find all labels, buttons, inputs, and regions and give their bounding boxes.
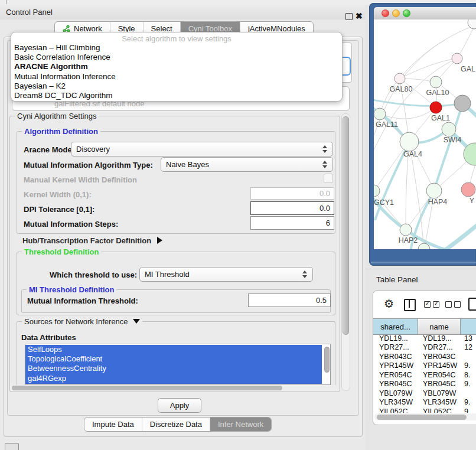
minimize-traffic-light-icon[interactable] [392, 9, 400, 17]
data-attribute-item[interactable]: BetweennessCentrality [25, 364, 322, 373]
table-cell: YBL079W [373, 389, 418, 397]
algorithm-option[interactable]: Mutual Information Inference [11, 72, 342, 81]
table-cell: YIL052C [418, 407, 461, 413]
column-header-shared-name[interactable]: shared... [373, 319, 418, 334]
group-title: Algorithm Definition [22, 127, 100, 136]
network-node[interactable] [454, 95, 471, 112]
network-window[interactable]: GALGAL80GAL10GAL1GAL11SWI4GAL4HAP4YGCY1H… [369, 3, 476, 266]
mi-algorithm-type-select[interactable]: Naive Bayes [161, 157, 333, 172]
close-icon[interactable]: ✖ [356, 11, 363, 21]
data-attribute-item[interactable]: SelfLoops [25, 345, 322, 354]
network-node-gal4[interactable] [400, 132, 419, 151]
table-horizontal-scrollbar[interactable] [374, 413, 476, 420]
network-view-canvas[interactable]: GALGAL80GAL10GAL1GAL11SWI4GAL4HAP4YGCY1H… [374, 19, 476, 249]
table-cell: YBL079W [418, 389, 461, 397]
algorithm-option[interactable]: Bayesian – Hill Climbing [11, 43, 342, 53]
network-edge[interactable] [380, 107, 436, 119]
scrollbar-thumb[interactable] [12, 386, 282, 390]
table-panel-title: Table Panel [376, 275, 418, 284]
panel-dock-button[interactable] [5, 443, 19, 450]
table-row[interactable]: YDL19...YDL19...13 [373, 334, 476, 343]
table-row[interactable]: YBR043CYBR043C [373, 352, 476, 361]
node-label: HAP2 [399, 236, 418, 244]
dpi-tolerance-input[interactable]: 0.0 [250, 201, 334, 215]
network-node-gal1[interactable] [430, 102, 442, 113]
which-threshold-select[interactable]: MI Threshold [139, 267, 313, 282]
scrollbar-thumb[interactable] [377, 415, 467, 420]
table-cell: YDR27... [418, 343, 461, 351]
list-scrollbar[interactable] [324, 345, 330, 382]
network-node-hap4[interactable] [426, 183, 442, 198]
table-cell: YDR27... [373, 343, 418, 351]
apply-button[interactable]: Apply [158, 398, 201, 413]
settings-horizontal-scrollbar[interactable] [11, 385, 338, 391]
network-edge[interactable] [457, 25, 475, 58]
table-toolbar: ⚙ ✓✓ [373, 291, 476, 318]
data-attributes-list[interactable]: SelfLoopsTopologicalCoefficientBetweenne… [25, 344, 331, 385]
algorithm-option[interactable]: Dream8 DC_TDC Algorithm [11, 91, 342, 100]
settings-vertical-scrollbar[interactable] [341, 113, 350, 391]
panel-title: Control Panel [6, 8, 53, 17]
column-header-name[interactable]: name [418, 319, 461, 334]
bottom-tabbar: Impute Data Discretize Data Infer Networ… [84, 417, 272, 432]
table-row[interactable]: YLR345WYLR345W9. [373, 398, 476, 407]
input-value: 6 [326, 219, 330, 227]
expand-arrow-icon[interactable] [157, 237, 162, 244]
zoom-traffic-light-icon[interactable] [403, 9, 410, 17]
tab-infer-network[interactable]: Infer Network [210, 418, 271, 431]
mi-threshold-input[interactable]: 0.5 [248, 294, 331, 307]
node-table: ⚙ ✓✓ shared... name YDL19...YDL19...13YD… [373, 291, 476, 425]
algorithm-option[interactable]: ARACNE Algorithm [11, 62, 342, 71]
table-cell: YBR043C [418, 353, 461, 361]
mi-steps-label: Mutual Information Steps: [24, 220, 118, 229]
table-row[interactable]: YIL052CYIL052C9 [373, 407, 476, 413]
column-header-cut[interactable] [461, 319, 476, 334]
network-node-gal80[interactable] [395, 73, 405, 84]
tab-discretize-data[interactable]: Discretize Data [142, 418, 210, 431]
hub-definition-toggle[interactable]: Hub/Transcription Factor Definition [22, 236, 162, 245]
algorithm-dropdown-list: Bayesian – Hill ClimbingBasic Correlatio… [11, 43, 342, 100]
aracne-mode-label: Aracne Mode: [24, 145, 74, 154]
close-traffic-light-icon[interactable] [382, 9, 389, 17]
gear-icon[interactable]: ⚙ [384, 298, 394, 311]
deselect-all-checkboxes-icon[interactable] [445, 301, 461, 308]
columns-icon[interactable] [404, 299, 416, 311]
table-row[interactable]: YER054CYER054C8. [373, 370, 476, 380]
algorithm-option[interactable]: Basic Correlation Inference [11, 53, 342, 62]
algorithm-option[interactable]: Bayesian – K2 [11, 81, 342, 91]
network-graph[interactable]: GALGAL80GAL10GAL1GAL11SWI4GAL4HAP4YGCY1H… [374, 19, 476, 249]
tab-label: Discretize Data [150, 420, 202, 429]
kernel-width-input[interactable]: 0.0 [250, 187, 334, 200]
node-label: Y [470, 197, 475, 205]
group-title: Sources for Network Inference [22, 317, 142, 326]
table-row[interactable]: YPR145WYPR145W9. [373, 361, 476, 371]
network-node-gal[interactable] [452, 53, 462, 64]
manual-kernel-checkbox[interactable] [324, 174, 333, 183]
table-cell: YLR345W [418, 398, 461, 406]
data-attribute-item[interactable]: TopologicalCoefficient [25, 354, 322, 364]
data-attribute-item[interactable]: gal4RGexp [25, 374, 322, 383]
select-all-checkboxes-icon[interactable]: ✓✓ [424, 301, 439, 308]
selected-value: Discovery [76, 145, 110, 154]
network-edge-thick[interactable] [444, 224, 476, 249]
scrollbar-thumb[interactable] [343, 116, 349, 335]
float-window-icon[interactable] [345, 13, 353, 20]
table-row[interactable]: YBR045CYBR045C9. [373, 380, 476, 389]
collapse-arrow-icon[interactable] [133, 319, 140, 324]
network-node-y[interactable] [461, 182, 475, 197]
network-node-gcy1[interactable] [374, 185, 380, 197]
aracne-mode-select[interactable]: Discovery [71, 142, 333, 156]
network-node-gal10[interactable] [430, 76, 442, 88]
table-row[interactable]: YBL079WYBL079W [373, 389, 476, 398]
tab-impute-data[interactable]: Impute Data [84, 418, 142, 431]
mi-steps-input[interactable]: 6 [250, 216, 334, 230]
network-node-swi4[interactable] [442, 122, 456, 136]
scrollbar-thumb[interactable] [324, 347, 330, 373]
table-row[interactable]: YDR27...YDR27...12 [373, 343, 476, 353]
network-window-titlebar[interactable] [374, 7, 476, 20]
network-node-gal11[interactable] [374, 108, 386, 120]
network-edge-thick[interactable] [374, 99, 461, 106]
network-node-hap2[interactable] [400, 224, 412, 236]
document-icon[interactable] [468, 298, 476, 311]
table-cell: YLR345W [373, 398, 418, 406]
